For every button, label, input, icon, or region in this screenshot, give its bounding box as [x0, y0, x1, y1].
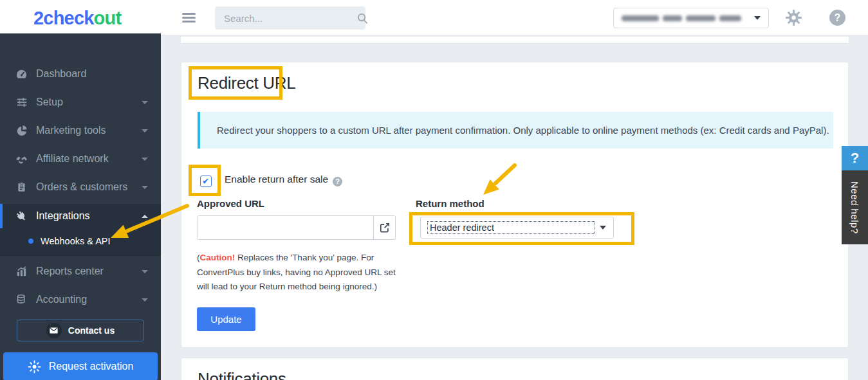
- caution-note: (Caution! Replaces the 'Thank you' page.…: [197, 251, 404, 294]
- approved-url-label: Approved URL: [197, 198, 264, 209]
- logo-text-blue: 2check: [33, 8, 94, 28]
- sidebar-item-label: Setup: [36, 96, 63, 108]
- page-title-notifications: Notifications: [198, 369, 286, 380]
- chevron-down-icon: [142, 101, 148, 104]
- sidebar-item-label: Integrations: [36, 210, 90, 222]
- bar-chart-icon: [15, 266, 28, 278]
- sidebar-item-label: Affiliate network: [36, 153, 109, 165]
- topbar: 2checkout ?: [0, 0, 868, 35]
- approved-url-input[interactable]: [198, 216, 373, 239]
- chevron-down-icon: [600, 226, 606, 230]
- account-name-redacted: [622, 15, 741, 21]
- sidebar-item-label: Dashboard: [36, 68, 86, 80]
- caution-word: Caution!: [200, 253, 235, 262]
- request-activation-label: Request activation: [49, 361, 134, 372]
- sidebar-section-integrations: Integrations Webhooks & API: [0, 203, 161, 257]
- chevron-down-icon: [142, 158, 148, 161]
- enable-return-label: Enable return after sale?: [225, 174, 342, 186]
- sidebar-item-integrations[interactable]: Integrations: [0, 204, 161, 228]
- chevron-down-icon: [754, 16, 761, 20]
- logo-2checkout: 2checkout: [33, 8, 121, 29]
- clipboard-icon: [15, 181, 28, 194]
- sidebar-subitem-label: Webhooks & API: [41, 236, 111, 246]
- sidebar: Dashboard Setup Marketing tools Affiliat…: [0, 33, 161, 380]
- sidebar-item-marketing-tools[interactable]: Marketing tools: [0, 116, 161, 145]
- coins-icon: [15, 294, 28, 306]
- contact-us-label: Contact us: [68, 325, 115, 336]
- open-external-link-icon[interactable]: [373, 216, 395, 239]
- enable-return-checkbox[interactable]: [200, 176, 212, 187]
- return-method-select[interactable]: Header redirect: [420, 217, 614, 239]
- logo-text-green: out: [94, 8, 122, 28]
- info-banner: Redirect your shoppers to a custom URL a…: [198, 112, 833, 149]
- chevron-down-icon: [142, 129, 148, 132]
- sun-icon: [28, 360, 41, 374]
- sidebar-item-dashboard[interactable]: Dashboard: [0, 60, 161, 88]
- need-help-label: Need help?: [849, 181, 860, 234]
- sidebar-item-label: Reports center: [36, 266, 104, 277]
- chevron-up-icon: [142, 215, 148, 218]
- return-method-selected-value: Header redirect: [428, 222, 595, 233]
- info-banner-text: Redirect your shoppers to a custom URL a…: [217, 125, 829, 136]
- sidebar-item-accounting[interactable]: Accounting: [0, 285, 161, 314]
- active-indicator-bar: [0, 204, 3, 228]
- contact-us-button[interactable]: Contact us: [17, 320, 144, 341]
- need-help-tab[interactable]: ? Need help?: [842, 146, 868, 244]
- need-help-question-icon: ?: [842, 146, 868, 170]
- gauge-icon: [15, 68, 28, 80]
- page-title-redirect-url: Redirect URL: [198, 73, 295, 93]
- sidebar-item-label: Accounting: [36, 294, 87, 305]
- search-input[interactable]: [215, 13, 357, 24]
- sidebar-item-reports-center[interactable]: Reports center: [0, 257, 161, 285]
- sliders-icon: [15, 96, 28, 109]
- chevron-down-icon: [142, 270, 148, 273]
- need-help-label-wrap: Need help?: [842, 170, 868, 244]
- active-dot-icon: [28, 239, 33, 244]
- search-icon[interactable]: [357, 13, 368, 24]
- handshake-icon: [15, 153, 28, 165]
- help-icon[interactable]: ?: [829, 10, 845, 26]
- previous-card-bottom: [181, 37, 849, 44]
- sidebar-item-setup[interactable]: Setup: [0, 88, 161, 116]
- approved-url-field: [197, 215, 396, 240]
- plug-icon: [15, 210, 28, 222]
- request-activation-button[interactable]: Request activation: [3, 352, 158, 380]
- gear-icon[interactable]: [785, 9, 802, 29]
- sidebar-item-label: Orders & customers: [36, 181, 127, 193]
- chevron-down-icon: [142, 298, 148, 302]
- search-bar: [215, 6, 365, 30]
- pie-chart-icon: [15, 125, 28, 137]
- sidebar-item-orders-customers[interactable]: Orders & customers: [0, 173, 161, 201]
- update-button[interactable]: Update: [197, 307, 255, 331]
- sidebar-item-label: Marketing tools: [36, 125, 106, 136]
- envelope-icon: [46, 323, 62, 338]
- sidebar-item-webhooks-api[interactable]: Webhooks & API: [0, 228, 161, 254]
- redirect-url-card: Redirect URL Redirect your shoppers to a…: [181, 62, 849, 348]
- return-method-label: Return method: [416, 198, 485, 209]
- tooltip-help-icon[interactable]: ?: [333, 177, 342, 186]
- account-selector[interactable]: [613, 8, 769, 28]
- sidebar-item-affiliate-network[interactable]: Affiliate network: [0, 145, 161, 173]
- chevron-down-icon: [142, 186, 148, 189]
- hamburger-menu-icon[interactable]: [182, 13, 196, 23]
- notifications-card: Notifications: [181, 357, 849, 380]
